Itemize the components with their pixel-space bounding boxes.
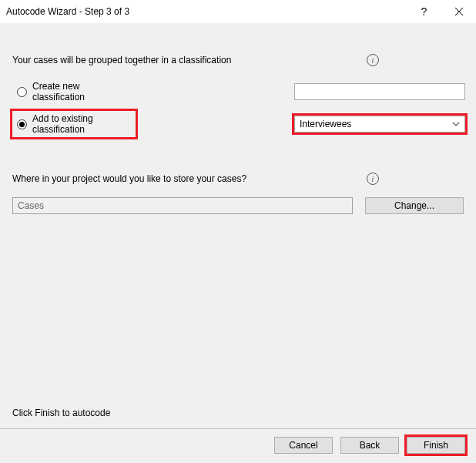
back-label: Back (360, 440, 380, 451)
help-button[interactable]: ? (407, 0, 441, 23)
classification-select[interactable]: Interviewees (294, 116, 465, 133)
new-classification-input[interactable] (294, 83, 465, 100)
store-heading: Where in your project would you like to … (12, 173, 246, 184)
radio-unchecked-icon (17, 87, 27, 97)
classification-select-value: Interviewees (300, 119, 351, 129)
store-path-row: Cases Change... (12, 197, 464, 214)
window-controls: ? (407, 0, 476, 23)
store-heading-row: Where in your project would you like to … (12, 173, 464, 185)
radio-checked-icon (17, 119, 27, 129)
close-button[interactable] (441, 0, 476, 23)
store-section: Where in your project would you like to … (12, 173, 464, 214)
change-button[interactable]: Change... (365, 197, 464, 214)
radio-row-create: Create new classification (12, 79, 464, 105)
radio-row-add: Add to existing classification Interview… (12, 111, 464, 137)
chevron-down-icon (452, 120, 460, 128)
info-icon[interactable]: i (367, 54, 379, 66)
store-path-input: Cases (12, 197, 353, 214)
radio-add-classification[interactable]: Add to existing classification (12, 111, 136, 137)
footer-hint: Click Finish to autocode (12, 408, 110, 418)
close-icon (455, 8, 463, 15)
cancel-button[interactable]: Cancel (274, 437, 333, 454)
change-button-label: Change... (394, 200, 434, 211)
classification-heading: Your cases will be grouped together in a… (12, 55, 231, 65)
cancel-label: Cancel (289, 440, 317, 451)
finish-label: Finish (424, 440, 448, 451)
back-button[interactable]: Back (340, 437, 399, 454)
finish-button[interactable]: Finish (407, 437, 465, 454)
wizard-content: Your cases will be grouped together in a… (0, 23, 476, 214)
footer-buttons: Cancel Back Finish (274, 437, 465, 454)
radio-add-label: Add to existing classification (32, 113, 131, 135)
store-path-value: Cases (18, 200, 44, 211)
radio-create-classification[interactable]: Create new classification (12, 79, 136, 105)
classification-heading-row: Your cases will be grouped together in a… (12, 54, 464, 66)
titlebar: Autocode Wizard - Step 3 of 3 ? (0, 0, 476, 23)
info-icon[interactable]: i (367, 173, 379, 185)
radio-create-label: Create new classification (32, 81, 131, 102)
window-title: Autocode Wizard - Step 3 of 3 (6, 6, 129, 17)
footer-divider (0, 428, 476, 429)
